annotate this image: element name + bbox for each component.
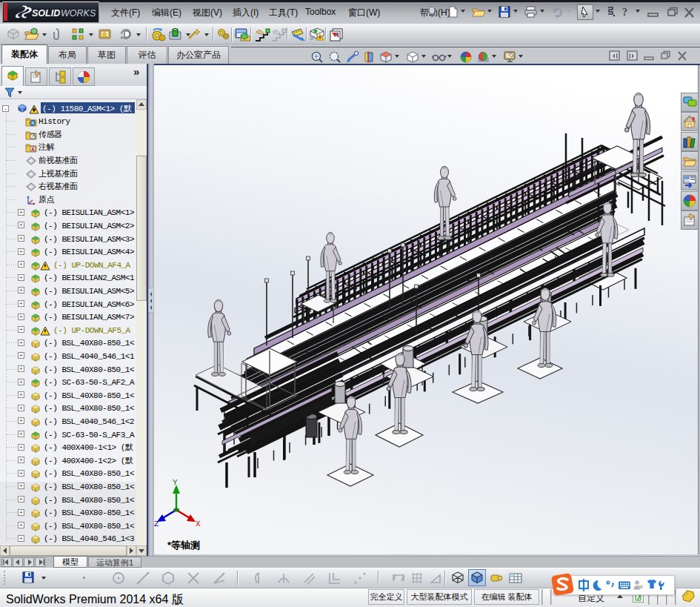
svg-text:X: X: [196, 520, 201, 528]
svg-text:A: A: [31, 147, 35, 152]
svg-text:*等轴测: *等轴测: [167, 540, 200, 551]
svg-text:?: ?: [622, 7, 627, 18]
svg-text:Y: Y: [173, 478, 178, 487]
svg-text:Z: Z: [154, 520, 159, 528]
